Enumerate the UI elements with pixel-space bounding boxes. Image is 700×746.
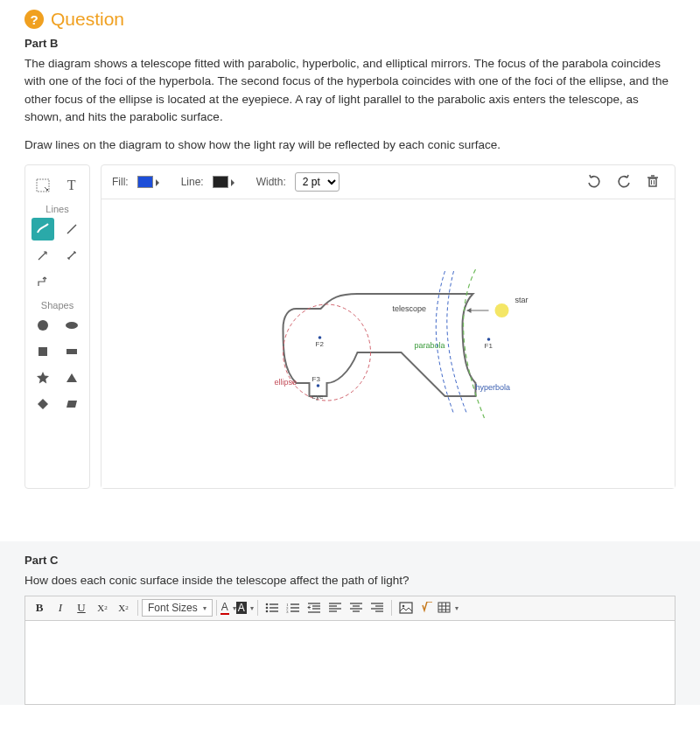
insert-table-button[interactable] bbox=[438, 602, 458, 614]
svg-point-19 bbox=[265, 603, 268, 606]
outdent-button[interactable] bbox=[304, 597, 325, 618]
svg-point-48 bbox=[402, 605, 404, 608]
star-shape-tool[interactable] bbox=[32, 366, 54, 389]
svg-point-23 bbox=[265, 610, 268, 613]
font-size-dropdown[interactable]: Font Sizes bbox=[142, 599, 213, 617]
svg-rect-47 bbox=[400, 603, 412, 613]
text-color-button[interactable]: A bbox=[220, 601, 236, 615]
align-center-button[interactable] bbox=[346, 597, 367, 618]
subscript-button[interactable]: X2 bbox=[113, 597, 134, 618]
rectangle-shape-tool[interactable] bbox=[60, 340, 83, 363]
italic-button[interactable]: I bbox=[50, 597, 71, 618]
superscript-button[interactable]: X2 bbox=[92, 597, 113, 618]
svg-point-21 bbox=[265, 607, 268, 610]
line-color-picker[interactable] bbox=[213, 176, 228, 188]
f2-label: F2 bbox=[316, 340, 325, 348]
parabola-label: parabola bbox=[415, 341, 445, 350]
svg-rect-7 bbox=[66, 349, 77, 354]
undo-button[interactable] bbox=[586, 174, 602, 190]
parallelogram-shape-tool[interactable] bbox=[60, 393, 83, 415]
ellipse-label: ellipse bbox=[275, 378, 298, 387]
underline-button[interactable]: U bbox=[71, 597, 92, 618]
width-label: Width: bbox=[256, 176, 286, 188]
svg-point-17 bbox=[318, 336, 322, 339]
bullet-list-button[interactable] bbox=[262, 597, 283, 618]
question-mark-icon: ? bbox=[24, 10, 44, 29]
part-c-label: Part C bbox=[24, 554, 676, 567]
svg-point-4 bbox=[38, 320, 48, 331]
svg-line-2 bbox=[38, 252, 46, 260]
svg-line-3 bbox=[68, 252, 75, 259]
svg-line-1 bbox=[67, 225, 76, 234]
part-c-question: How does each conic surface inside the t… bbox=[24, 572, 676, 589]
rich-text-editor: B I U X2 X2 Font Sizes A A 123 bbox=[24, 596, 676, 705]
freehand-line-tool[interactable] bbox=[32, 218, 54, 241]
hyperbola-label: hyperbola bbox=[476, 383, 511, 392]
star-label: star bbox=[515, 296, 528, 304]
select-tool[interactable] bbox=[32, 174, 54, 197]
bold-button[interactable]: B bbox=[29, 597, 50, 618]
eye-label: eye bbox=[312, 393, 324, 401]
background-color-button[interactable]: A bbox=[236, 602, 254, 614]
insert-image-button[interactable] bbox=[396, 597, 416, 618]
part-b-paragraph-2: Draw lines on the diagram to show how th… bbox=[24, 136, 676, 154]
redo-button[interactable] bbox=[616, 174, 632, 190]
line-width-select[interactable]: 2 pt bbox=[295, 172, 340, 192]
editor-toolbar: B I U X2 X2 Font Sizes A A 123 bbox=[25, 596, 675, 621]
svg-point-13 bbox=[495, 303, 509, 317]
part-b-paragraph-1: The diagram shows a telescope fitted wit… bbox=[24, 55, 676, 126]
svg-point-5 bbox=[66, 322, 78, 329]
square-shape-tool[interactable] bbox=[32, 340, 54, 363]
question-title: Question bbox=[51, 9, 124, 30]
svg-rect-49 bbox=[438, 603, 450, 612]
svg-point-16 bbox=[487, 338, 491, 341]
canvas-toolbar: Fill: Line: Width: 2 pt bbox=[102, 165, 675, 199]
double-arrow-tool[interactable] bbox=[60, 244, 83, 267]
fill-label: Fill: bbox=[112, 176, 129, 188]
editor-body[interactable] bbox=[25, 621, 675, 704]
empty-slot bbox=[60, 270, 83, 293]
lines-section-label: Lines bbox=[29, 204, 86, 214]
svg-text:3: 3 bbox=[286, 610, 289, 614]
telescope-label: telescope bbox=[393, 304, 427, 313]
part-b-label: Part B bbox=[24, 37, 676, 50]
circle-shape-tool[interactable] bbox=[32, 314, 54, 337]
f3-label: F3 bbox=[312, 375, 321, 383]
drawing-canvas[interactable]: star parabola hyperbola ellipse F1 bbox=[102, 199, 675, 488]
align-left-button[interactable] bbox=[325, 597, 346, 618]
drawing-area: T Lines Shapes bbox=[24, 164, 676, 489]
question-header: ? Question bbox=[24, 9, 676, 30]
svg-rect-8 bbox=[649, 178, 656, 186]
f1-label: F1 bbox=[485, 342, 494, 350]
svg-point-18 bbox=[317, 384, 320, 387]
triangle-shape-tool[interactable] bbox=[60, 366, 83, 389]
line-label: Line: bbox=[181, 176, 204, 188]
diamond-shape-tool[interactable] bbox=[32, 393, 54, 415]
ellipse-shape-tool[interactable] bbox=[60, 314, 83, 337]
canvas-panel: Fill: Line: Width: 2 pt bbox=[101, 164, 676, 489]
arrow-tool[interactable] bbox=[32, 244, 54, 267]
text-tool[interactable]: T bbox=[60, 174, 83, 197]
shapes-section-label: Shapes bbox=[29, 300, 86, 310]
fill-color-picker[interactable] bbox=[137, 176, 153, 188]
numbered-list-button[interactable]: 123 bbox=[283, 597, 304, 618]
insert-equation-button[interactable] bbox=[416, 597, 438, 618]
align-right-button[interactable] bbox=[367, 597, 388, 618]
trash-button[interactable] bbox=[646, 174, 662, 190]
part-c-section: Part C How does each conic surface insid… bbox=[0, 541, 700, 704]
connector-tool[interactable] bbox=[32, 270, 54, 293]
svg-rect-6 bbox=[38, 347, 47, 356]
tool-palette: T Lines Shapes bbox=[24, 164, 90, 489]
straight-line-tool[interactable] bbox=[60, 218, 83, 241]
